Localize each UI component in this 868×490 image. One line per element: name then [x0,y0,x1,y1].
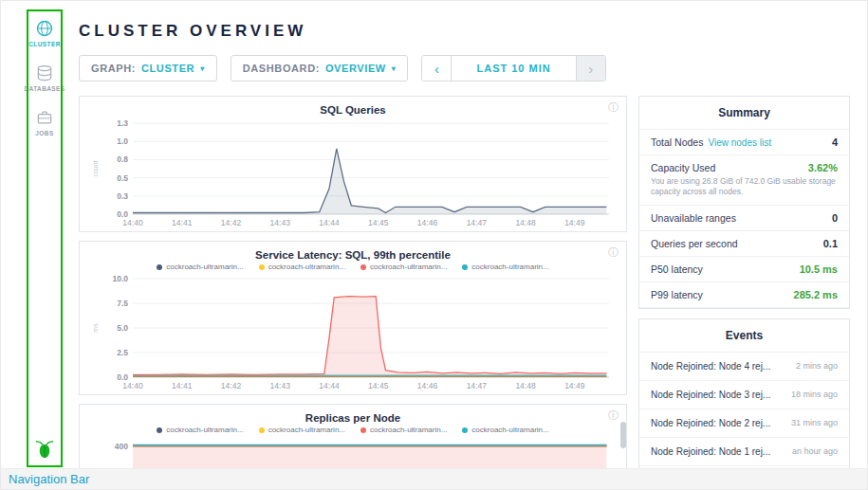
svg-text:count: count [92,160,99,176]
legend-dot [360,427,366,433]
svg-text:0.8: 0.8 [117,154,128,164]
svg-text:0.5: 0.5 [117,173,128,183]
info-icon[interactable]: ⓘ [608,102,619,113]
app-window: CLUSTER DATABASES JOBS [1,1,867,468]
legend-dot [462,264,468,270]
svg-text:7.5: 7.5 [117,299,128,308]
event-time: 31 mins ago [791,418,838,427]
svg-text:1.3: 1.3 [117,118,128,128]
sidebar-item-jobs[interactable]: JOBS [35,108,54,136]
graph-dropdown[interactable]: GRAPH: CLUSTER ▾ [79,55,217,82]
chart-panel-service-latency: Service Latency: SQL, 99th percentile ⓘ … [79,241,627,395]
databases-icon [35,64,54,82]
legend-item[interactable]: cockroach-ultramarin... [157,263,243,271]
cockroachdb-admin-ui: CLUSTER DATABASES JOBS [0,0,868,490]
chart-title: SQL Queries [89,104,617,116]
summary-row-capacity-used: Capacity Used 3.62% You are using 26.8 G… [639,155,849,206]
event-text: Node Rejoined: Node 4 rej... [651,361,788,372]
legend-dot [259,427,265,433]
event-row[interactable]: Node Rejoined: Node 1 rej... an hour ago [639,438,849,466]
charts-column: SQL Queries ⓘ 0.00.30.50.81.01.314:4014:… [79,96,627,468]
info-icon[interactable]: ⓘ [608,410,619,421]
svg-text:2.5: 2.5 [117,348,128,357]
svg-text:14:43: 14:43 [270,218,291,227]
svg-text:14:46: 14:46 [417,218,438,227]
svg-text:14:49: 14:49 [564,381,585,390]
sidebar-item-label: JOBS [35,130,53,136]
chevron-down-icon: ▾ [392,64,397,73]
time-range-label[interactable]: LAST 10 MIN [451,56,576,81]
legend-label: cockroach-ultramarin... [370,263,447,271]
summary-label: Unavailable ranges [651,212,736,224]
svg-text:14:43: 14:43 [270,381,291,390]
summary-value: 0.1 [823,238,838,249]
summary-title: Summary [639,97,849,130]
summary-label: Capacity Used [651,162,715,173]
legend-label: cockroach-ultramarin... [268,263,345,271]
summary-label: Queries per second [651,238,738,249]
event-time: 18 mins ago [791,390,838,399]
chart-panel-sql-queries: SQL Queries ⓘ 0.00.30.50.81.01.314:4014:… [79,96,627,232]
event-time: 2 mins ago [796,361,838,371]
time-prev-button[interactable]: ‹ [422,56,451,81]
svg-text:14:41: 14:41 [172,381,193,390]
right-sidebar: Summary Total Nodes View nodes list 4 Ca… [638,96,850,468]
scrollbar-thumb[interactable] [620,422,626,448]
summary-value: 285.2 ms [794,289,838,300]
legend-dot [259,264,265,270]
time-range-selector: ‹ LAST 10 MIN › [421,55,605,82]
svg-text:14:46: 14:46 [417,381,438,390]
legend-item[interactable]: cockroach-ultramarin... [157,426,243,434]
svg-text:14:49: 14:49 [564,218,585,227]
sidebar-item-cluster[interactable]: CLUSTER [28,19,61,47]
cockroachdb-logo[interactable] [33,438,56,463]
content-area: SQL Queries ⓘ 0.00.30.50.81.01.314:4014:… [79,96,850,468]
event-row[interactable]: Node Rejoined: Node 2 rej... 31 mins ago [639,409,849,438]
chart-title: Replicas per Node [89,412,617,424]
event-text: Node Rejoined: Node 1 rej... [651,446,785,457]
time-next-button[interactable]: › [577,56,605,81]
events-panel: Events Node Rejoined: Node 4 rej... 2 mi… [638,318,850,468]
svg-text:ms: ms [92,323,99,333]
summary-value: 10.5 ms [800,263,838,275]
legend-dot [360,264,366,270]
summary-row-total-nodes: Total Nodes View nodes list 4 [639,130,849,155]
dashboard-dropdown[interactable]: DASHBOARD: OVERVIEW ▾ [231,55,409,82]
service-latency-chart: 0.02.55.07.510.014:4014:4114:4214:4314:4… [89,273,617,392]
dashboard-dropdown-label: DASHBOARD: [243,63,320,74]
sidebar-item-databases[interactable]: DATABASES [24,64,65,92]
svg-text:14:48: 14:48 [515,381,536,390]
event-row[interactable]: Node Rejoined: Node 4 rej... 2 mins ago [639,353,849,381]
chart-legend: cockroach-ultramarin... cockroach-ultram… [89,426,617,434]
chevron-down-icon: ▾ [200,64,205,73]
svg-text:14:40: 14:40 [122,218,143,227]
graph-dropdown-label: GRAPH: [91,63,136,74]
legend-item[interactable]: cockroach-ultramarin... [462,263,548,271]
info-icon[interactable]: ⓘ [608,247,619,258]
chart-title: Service Latency: SQL, 99th percentile [89,249,617,261]
svg-text:14:47: 14:47 [467,218,488,227]
legend-item[interactable]: cockroach-ultramarin... [259,426,345,434]
legend-label: cockroach-ultramarin... [166,263,243,271]
page-title: CLUSTER OVERVIEW [79,22,850,41]
summary-label: Total Nodes [651,136,703,148]
svg-text:0.3: 0.3 [117,191,128,201]
event-row[interactable]: Node Rejoined: Node 3 rej... 18 mins ago [639,381,849,409]
event-text: Node Rejoined: Node 2 rej... [651,418,784,428]
jobs-icon [35,108,54,127]
legend-dot [157,427,162,433]
summary-row-queries-per-second: Queries per second 0.1 [639,231,849,257]
legend-item[interactable]: cockroach-ultramarin... [462,426,548,434]
legend-item[interactable]: cockroach-ultramarin... [360,263,447,271]
svg-text:14:47: 14:47 [467,381,488,390]
cluster-icon [35,19,54,38]
svg-text:14:44: 14:44 [319,218,340,227]
replicas-per-node-chart: 400 [89,436,617,468]
legend-label: cockroach-ultramarin... [370,426,447,434]
legend-item[interactable]: cockroach-ultramarin... [259,263,345,271]
view-nodes-list-link[interactable]: View nodes list [708,137,771,148]
sql-queries-chart: 0.00.30.50.81.01.314:4014:4114:4214:4314… [89,118,617,229]
summary-row-unavailable-ranges: Unavailable ranges 0 [639,206,849,231]
legend-item[interactable]: cockroach-ultramarin... [360,426,447,434]
summary-row-p50-latency: P50 latency 10.5 ms [639,257,849,282]
